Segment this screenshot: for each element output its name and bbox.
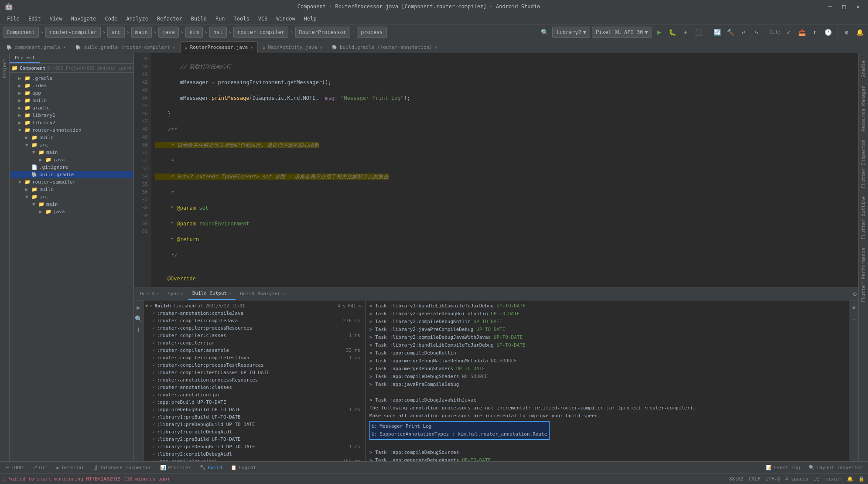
- project-tab[interactable]: Project: [10, 53, 40, 63]
- tab-build-output[interactable]: Build Output ✕: [188, 287, 236, 300]
- git-commit[interactable]: 📤: [796, 27, 807, 38]
- tree-build-gradle[interactable]: ▶ 🐘 build.gradle: [10, 171, 133, 178]
- build-item-5[interactable]: ✓ :router-compiler:assemble 33 ms: [144, 347, 366, 354]
- toolbar-logcat[interactable]: 📋 Logcat: [229, 464, 258, 471]
- build-item-15[interactable]: ✓ :library1:preDebugBuild UP-TO-DATE: [144, 421, 366, 428]
- git-update[interactable]: ✓: [783, 27, 794, 38]
- stop-button[interactable]: ⬛: [693, 27, 704, 38]
- main-breadcrumb[interactable]: main: [131, 27, 152, 38]
- build-item-9[interactable]: ✓ :router-annotation:processResources: [144, 376, 366, 384]
- profile-button[interactable]: ⚡: [680, 27, 691, 38]
- tab-build[interactable]: Build ✕: [136, 287, 163, 300]
- tree-app[interactable]: ▶ 📁 app: [10, 89, 133, 97]
- build-filter-icon[interactable]: 🔍: [134, 314, 143, 323]
- menu-code[interactable]: Code: [102, 15, 121, 23]
- build-item-1[interactable]: ✓ :router-compiler:compileJava 236 ms: [144, 317, 366, 324]
- build-item-14[interactable]: ✓ :library1:preBuild UP-TO-DATE: [144, 413, 366, 421]
- maximize-button[interactable]: □: [838, 1, 850, 12]
- tree-router-compiler[interactable]: ▼ 📁 router-compiler: [10, 178, 133, 186]
- build-run-icon[interactable]: ▶: [134, 303, 143, 312]
- tree-rc-src[interactable]: ▼ 📁 src: [10, 193, 133, 201]
- toolbar-git[interactable]: ⎇ Git: [30, 464, 50, 471]
- toolbar-todo[interactable]: ☰ TODO: [3, 464, 25, 471]
- gradle-vertical-tab[interactable]: Gradle: [860, 57, 867, 81]
- tree-build[interactable]: ▶ 📁 build: [10, 97, 133, 104]
- build-item-6[interactable]: ✓ :router-compiler:compileTestJava 1 ms: [144, 354, 366, 361]
- build-item-19[interactable]: ✓ :library2:compileDebugAidl: [144, 450, 366, 458]
- tab-build-gradle-annotation[interactable]: 🐘 build.gradle (router-annotation) ✕: [327, 41, 442, 53]
- toolbar-layout-inspector[interactable]: 🔍 Layout Inspector: [807, 464, 865, 471]
- api-selector[interactable]: Pixel XL API 30 ▼: [592, 27, 652, 38]
- build-item-4[interactable]: ✓ :router-compiler:jar: [144, 339, 366, 347]
- resource-manager-vertical-tab[interactable]: Resource Manager: [860, 82, 867, 135]
- tree-ra-src[interactable]: ▼ 📁 src: [10, 141, 133, 149]
- git-history[interactable]: 🕐: [822, 27, 834, 38]
- code-editor[interactable]: 39 40 41 42 43 44 45 46 47 48 49 50 51 5…: [134, 53, 858, 287]
- project-breadcrumb[interactable]: Component: [3, 27, 39, 38]
- tab-build-analyzer[interactable]: Build Analyzer ✕: [236, 287, 289, 300]
- bottom-settings-icon[interactable]: ⚙: [853, 290, 857, 297]
- menu-help[interactable]: Help: [301, 15, 320, 23]
- hsl-breadcrumb[interactable]: hsl: [209, 27, 227, 38]
- toolbar-profiler[interactable]: 📊 Profiler: [158, 464, 193, 471]
- tab-build-gradle-compiler[interactable]: 🐘 build.gradle (router-compiler) ✕: [71, 41, 180, 53]
- tab-close-build-gradle-annotation[interactable]: ✕: [435, 45, 437, 50]
- minimize-button[interactable]: ─: [824, 1, 836, 12]
- toolbar-build[interactable]: 🔨 Build: [198, 464, 224, 471]
- tree-ra-java[interactable]: ▶ 📁 java: [10, 156, 133, 164]
- flutter-outline-vertical-tab[interactable]: Flutter Outline: [860, 193, 867, 243]
- tree-ra-main[interactable]: ▼ 📁 main: [10, 149, 133, 156]
- debug-button[interactable]: 🐛: [667, 27, 678, 38]
- toolbar-terminal[interactable]: ▶ Terminal: [55, 464, 86, 471]
- project-vertical-tab[interactable]: Project: [1, 55, 8, 82]
- menu-navigate[interactable]: Navigate: [68, 15, 100, 23]
- java-breadcrumb[interactable]: java: [158, 27, 179, 38]
- build-item-0[interactable]: ✓ :router-annotation:compileJava: [144, 310, 366, 317]
- tree-rc-java[interactable]: ▶ 📁 java: [10, 208, 133, 215]
- router-processor-breadcrumb[interactable]: RouterProcessor: [295, 27, 350, 38]
- tree-rc-build[interactable]: ▶ 📁 build: [10, 186, 133, 193]
- tab-build-analyzer-close[interactable]: ✕: [282, 291, 285, 296]
- tree-idea[interactable]: ▶ 📁 .idea: [10, 82, 133, 89]
- menu-build[interactable]: Build: [188, 15, 210, 23]
- build-item-8[interactable]: ✓ :router-compiler:testClasses UP-TO-DAT…: [144, 369, 366, 376]
- redo-button[interactable]: ↪: [751, 27, 762, 38]
- menu-run[interactable]: Run: [212, 15, 229, 23]
- menu-analyze[interactable]: Analyze: [123, 15, 152, 23]
- build-info-icon[interactable]: ℹ: [134, 326, 143, 334]
- tab-router-processor[interactable]: ☕ RouterProcessor.java ✕: [180, 41, 258, 53]
- tree-library1[interactable]: ▶ 📁 library1: [10, 112, 133, 119]
- tab-sync-close[interactable]: ✕: [181, 291, 184, 296]
- tree-router-annotation[interactable]: ▼ 📁 router-annotation: [10, 126, 133, 134]
- run-button[interactable]: ▶: [654, 27, 665, 38]
- git-push[interactable]: ⬆: [809, 27, 820, 38]
- tab-sync[interactable]: Sync ✕: [163, 287, 188, 300]
- toolbar-event-log[interactable]: 📝 Event Log: [764, 464, 802, 471]
- menu-vcs[interactable]: VCS: [255, 15, 271, 23]
- close-button[interactable]: ✕: [852, 1, 864, 12]
- router-compiler-breadcrumb[interactable]: router_compiler: [233, 27, 288, 38]
- build-item-10[interactable]: ✓ :router-annotation:classes: [144, 384, 366, 391]
- search-everywhere-button[interactable]: 🔍: [539, 27, 550, 38]
- build-item-11[interactable]: ✓ :router-annotation:jar: [144, 391, 366, 399]
- tab-close-build-gradle-compiler[interactable]: ✕: [173, 45, 175, 50]
- tab-close-main-activity[interactable]: ✕: [320, 45, 322, 50]
- build-item-7[interactable]: ✓ :router-compiler:processTestResources: [144, 361, 366, 369]
- menu-window[interactable]: Window: [273, 15, 298, 23]
- menu-view[interactable]: View: [46, 15, 66, 23]
- menu-refactor[interactable]: Refactor: [154, 15, 186, 23]
- build-item-17[interactable]: ✓ :library2:preBuild UP-TO-DATE: [144, 436, 366, 443]
- tab-build-close[interactable]: ✕: [156, 291, 159, 296]
- module-breadcrumb[interactable]: router-compiler: [45, 27, 100, 38]
- tab-component-gradle[interactable]: 🐘 component.gradle ✕: [2, 41, 71, 53]
- build-item-18[interactable]: ✓ :library2:preDebugBuild UP-TO-DATE 1 m…: [144, 443, 366, 450]
- tree-rc-main[interactable]: ▼ 📁 main: [10, 201, 133, 208]
- tree-gradle2[interactable]: ▶ 📁 gradle: [10, 104, 133, 112]
- tree-library2[interactable]: ▶ 📁 library2: [10, 119, 133, 126]
- tab-main-activity[interactable]: ☕ MainActivity.java ✕: [258, 41, 327, 53]
- tree-gitignore[interactable]: ▶ 📄 .gitignore: [10, 164, 133, 171]
- build-item-20[interactable]: ✓ :app:compileDebugAidl 159 ms: [144, 458, 366, 461]
- kim-breadcrumb[interactable]: kim: [185, 27, 203, 38]
- notifications-button[interactable]: 🔔: [854, 27, 865, 38]
- build-button[interactable]: 🔨: [725, 27, 736, 38]
